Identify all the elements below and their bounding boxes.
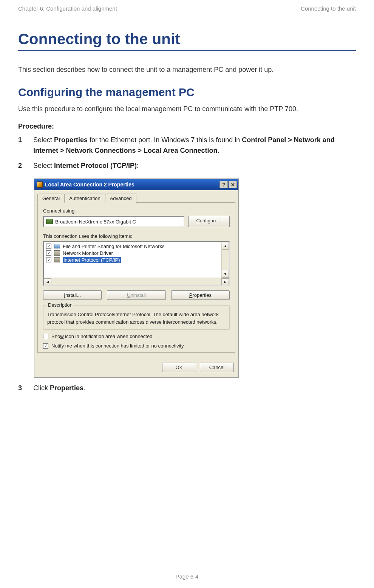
horizontal-scrollbar[interactable]: ◄ ► xyxy=(43,278,230,286)
title-rule xyxy=(18,50,356,51)
scroll-left-icon[interactable]: ◄ xyxy=(44,278,51,285)
dialog-titlebar: Local Area Connection 2 Properties ? ✕ xyxy=(34,179,238,190)
adapter-field: Broadcom NetXtreme 57xx Gigabit C xyxy=(43,216,184,227)
description-group: Description Transmission Control Protoco… xyxy=(43,305,230,330)
ok-button[interactable]: OK xyxy=(162,363,196,372)
dialog-title: Local Area Connection 2 Properties xyxy=(45,182,219,188)
nic-icon xyxy=(46,219,53,224)
uninstall-button[interactable]: Uninstall xyxy=(107,290,165,300)
step-number: 2 xyxy=(18,161,33,171)
subheading: Configuring the management PC xyxy=(18,86,356,99)
checkbox[interactable]: ✓ xyxy=(46,244,51,249)
description-text: Transmission Control Protocol/Internet P… xyxy=(47,311,226,326)
checkbox[interactable]: ✓ xyxy=(46,250,51,256)
adapter-name: Broadcom NetXtreme 57xx Gigabit C xyxy=(55,219,136,225)
connect-using-label: Connect using: xyxy=(43,208,230,214)
list-item[interactable]: ✓ File and Printer Sharing for Microsoft… xyxy=(44,243,221,250)
step-number: 3 xyxy=(18,383,33,394)
tab-general[interactable]: General xyxy=(37,194,65,203)
checkbox[interactable] xyxy=(43,334,48,339)
close-button[interactable]: ✕ xyxy=(229,181,237,188)
page-title: Connecting to the unit xyxy=(18,31,356,48)
procedure-label: Procedure: xyxy=(18,123,356,130)
tab-advanced[interactable]: Advanced xyxy=(105,194,137,203)
notify-checkbox-row[interactable]: ✓ Notify me when this connection has lim… xyxy=(43,343,230,349)
step-number: 1 xyxy=(18,135,33,146)
tab-strip: General Authentication Advanced xyxy=(37,193,235,203)
list-item[interactable]: ✓ Network Monitor Driver xyxy=(44,250,221,256)
tab-panel-general: Connect using: Broadcom NetXtreme 57xx G… xyxy=(37,202,235,353)
notify-label: Notify me when this connection has limit… xyxy=(51,343,184,349)
cancel-button[interactable]: Cancel xyxy=(200,363,234,372)
header-right: Connecting to the unit xyxy=(301,5,356,12)
running-header: Chapter 6: Configuration and alignment C… xyxy=(18,4,356,31)
intro-text: This section describes how to connect th… xyxy=(18,64,356,75)
properties-button[interactable]: Properties xyxy=(171,290,230,300)
properties-dialog: Local Area Connection 2 Properties ? ✕ G… xyxy=(34,178,239,378)
components-listbox[interactable]: ✓ File and Printer Sharing for Microsoft… xyxy=(43,241,230,278)
items-label: This connection uses the following items… xyxy=(43,233,230,239)
show-icon-checkbox-row[interactable]: Show icon in notification area when conn… xyxy=(43,334,230,339)
scroll-up-icon[interactable]: ▲ xyxy=(222,242,229,250)
show-icon-label: Show icon in notification area when conn… xyxy=(51,334,152,339)
configure-button[interactable]: Configure... xyxy=(188,216,230,227)
driver-icon xyxy=(54,250,60,256)
sub-intro: Use this procedure to configure the loca… xyxy=(18,104,356,114)
step-3: 3 Click Properties. xyxy=(18,383,356,394)
header-left: Chapter 6: Configuration and alignment xyxy=(18,5,117,12)
tab-authentication[interactable]: Authentication xyxy=(64,194,105,203)
step-2: 2 Select Internet Protocol (TCP/IP): xyxy=(18,161,356,171)
protocol-icon xyxy=(54,257,60,263)
step-1: 1 Select Properties for the Ethernet por… xyxy=(18,135,356,156)
scroll-down-icon[interactable]: ▼ xyxy=(222,270,229,278)
help-button[interactable]: ? xyxy=(219,181,228,188)
page-footer: Page 6-4 xyxy=(0,573,374,580)
checkbox[interactable]: ✓ xyxy=(43,343,48,349)
install-button[interactable]: Install... xyxy=(43,290,102,300)
connection-icon xyxy=(37,182,43,188)
list-item[interactable]: ✓ Internet Protocol (TCP/IP) xyxy=(44,256,221,263)
monitor-icon xyxy=(54,243,60,249)
vertical-scrollbar[interactable]: ▲ ▼ xyxy=(221,242,229,278)
checkbox[interactable]: ✓ xyxy=(46,257,51,262)
description-legend: Description xyxy=(46,302,74,308)
scroll-right-icon[interactable]: ► xyxy=(221,278,229,285)
